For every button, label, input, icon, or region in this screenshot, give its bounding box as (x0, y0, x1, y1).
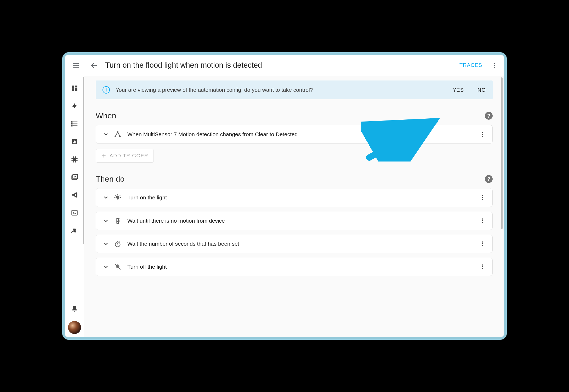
svg-point-57 (482, 222, 483, 223)
add-trigger-button[interactable]: ADD TRIGGER (96, 149, 154, 163)
lightbulb-off-icon (112, 263, 123, 270)
state-change-icon (112, 130, 123, 138)
chevron-down-icon (103, 241, 109, 247)
sidebar-item-devices[interactable] (68, 151, 81, 168)
action-card[interactable]: Turn on the light (96, 188, 493, 207)
add-trigger-label: ADD TRIGGER (110, 153, 148, 159)
action-label: Turn on the light (127, 194, 478, 201)
action-card[interactable]: Wait until there is no motion from devic… (96, 212, 493, 230)
sidebar-item-terminal[interactable] (68, 204, 81, 222)
action-label: Turn off the light (127, 264, 478, 270)
expand-toggle[interactable] (102, 218, 110, 224)
back-button[interactable] (87, 61, 101, 69)
vscode-icon (71, 191, 78, 199)
dots-vertical-icon (479, 218, 486, 224)
svg-point-48 (482, 195, 483, 196)
when-section-header: When ? (96, 111, 493, 120)
then-help-button[interactable]: ? (485, 175, 493, 183)
dots-vertical-icon (491, 62, 498, 69)
svg-point-5 (494, 65, 495, 66)
sidebar-item-dashboard[interactable] (68, 79, 81, 97)
svg-point-37 (482, 132, 483, 133)
banner-yes-button[interactable]: YES (453, 87, 464, 93)
svg-line-62 (120, 241, 120, 242)
svg-point-64 (482, 243, 483, 244)
expand-toggle[interactable] (102, 241, 110, 247)
svg-rect-20 (75, 141, 76, 143)
user-avatar[interactable] (68, 321, 81, 334)
dots-vertical-icon (479, 241, 486, 247)
trigger-menu-button[interactable] (478, 131, 487, 137)
banner-no-button[interactable]: NO (477, 87, 486, 93)
svg-point-63 (482, 241, 483, 243)
sidebar-item-logbook[interactable] (68, 115, 81, 133)
action-card[interactable]: Turn off the light (96, 258, 493, 276)
svg-point-50 (482, 199, 483, 200)
expand-toggle[interactable] (102, 194, 110, 201)
info-icon: i (103, 86, 110, 94)
svg-point-52 (117, 219, 118, 220)
trigger-card[interactable]: When MultiSensor 7 Motion detection chan… (96, 125, 493, 144)
hamburger-icon (72, 61, 80, 69)
svg-point-11 (72, 122, 72, 122)
body: i Your are viewing a preview of the auto… (65, 76, 504, 337)
sidebar-item-vscode[interactable] (68, 186, 81, 204)
traces-button[interactable]: TRACES (459, 62, 482, 68)
svg-point-4 (494, 63, 495, 64)
chevron-down-icon (103, 264, 109, 270)
svg-line-44 (120, 195, 121, 196)
svg-point-6 (494, 67, 495, 68)
lightbulb-icon (112, 194, 123, 201)
terminal-icon (71, 209, 78, 216)
arrow-left-icon (90, 61, 98, 69)
svg-point-49 (482, 197, 483, 198)
action-menu-button[interactable] (478, 264, 487, 270)
expand-toggle[interactable] (102, 131, 110, 137)
dashboard-icon (71, 85, 78, 92)
plus-icon (101, 153, 106, 158)
sidebar (65, 76, 84, 337)
expand-toggle[interactable] (102, 264, 110, 270)
action-label: Wait the number of seconds that has been… (127, 241, 478, 247)
action-label: Wait until there is no motion from devic… (127, 218, 478, 224)
svg-point-13 (72, 124, 72, 124)
sidebar-item-notifications[interactable] (68, 300, 81, 318)
sidebar-item-history[interactable] (68, 133, 81, 151)
svg-point-65 (482, 245, 483, 246)
svg-point-68 (482, 264, 483, 266)
svg-point-55 (482, 218, 483, 220)
main-scrollbar[interactable] (501, 77, 503, 229)
bell-icon (71, 305, 78, 313)
action-menu-button[interactable] (478, 241, 487, 247)
page-title: Turn on the flood light when motion is d… (105, 61, 459, 70)
svg-point-15 (72, 125, 72, 126)
action-menu-button[interactable] (478, 218, 487, 224)
svg-point-58 (115, 242, 120, 247)
trigger-label: When MultiSensor 7 Motion detection chan… (127, 131, 478, 137)
topbar: Turn on the flood light when motion is d… (65, 55, 504, 76)
dots-vertical-icon (479, 131, 486, 137)
svg-point-38 (482, 134, 483, 135)
overflow-menu-button[interactable] (488, 62, 500, 69)
svg-point-69 (482, 266, 483, 267)
traffic-light-icon (112, 217, 123, 224)
svg-rect-32 (72, 210, 77, 215)
then-section-header: Then do ? (96, 175, 493, 183)
svg-rect-18 (73, 142, 74, 143)
svg-rect-8 (75, 86, 77, 88)
action-card[interactable]: Wait the number of seconds that has been… (96, 235, 493, 253)
when-help-button[interactable]: ? (485, 112, 493, 120)
banner-text: Your are viewing a preview of the automa… (116, 87, 439, 93)
sidebar-item-energy[interactable] (68, 97, 81, 115)
action-menu-button[interactable] (478, 194, 487, 201)
media-icon (71, 174, 78, 181)
sidebar-item-media[interactable] (68, 168, 81, 186)
chart-icon (71, 138, 78, 145)
svg-point-53 (117, 220, 118, 221)
svg-rect-7 (72, 86, 74, 89)
sidebar-item-developer[interactable] (68, 222, 81, 239)
then-title: Then do (96, 175, 124, 183)
main-content: i Your are viewing a preview of the auto… (84, 76, 504, 337)
menu-button[interactable] (69, 61, 83, 69)
svg-rect-19 (74, 141, 75, 143)
